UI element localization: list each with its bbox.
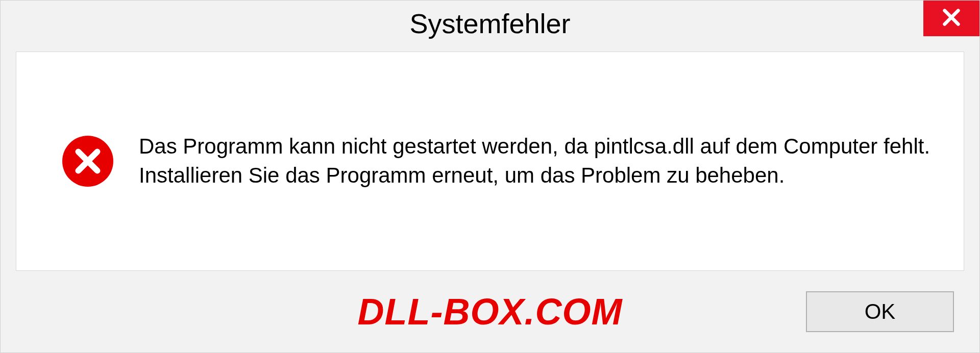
ok-button[interactable]: OK <box>806 291 954 332</box>
dialog-title: Systemfehler <box>409 8 570 39</box>
dialog-footer: DLL-BOX.COM OK <box>1 271 979 352</box>
close-icon <box>941 7 962 30</box>
close-button[interactable] <box>923 1 979 36</box>
error-dialog: Systemfehler Das Programm kann nicht ges… <box>0 0 980 353</box>
error-message: Das Programm kann nicht gestartet werden… <box>139 132 933 190</box>
titlebar: Systemfehler <box>1 1 979 46</box>
watermark-text: DLL-BOX.COM <box>358 291 623 333</box>
content-panel: Das Programm kann nicht gestartet werden… <box>16 52 964 271</box>
error-icon <box>62 136 113 187</box>
